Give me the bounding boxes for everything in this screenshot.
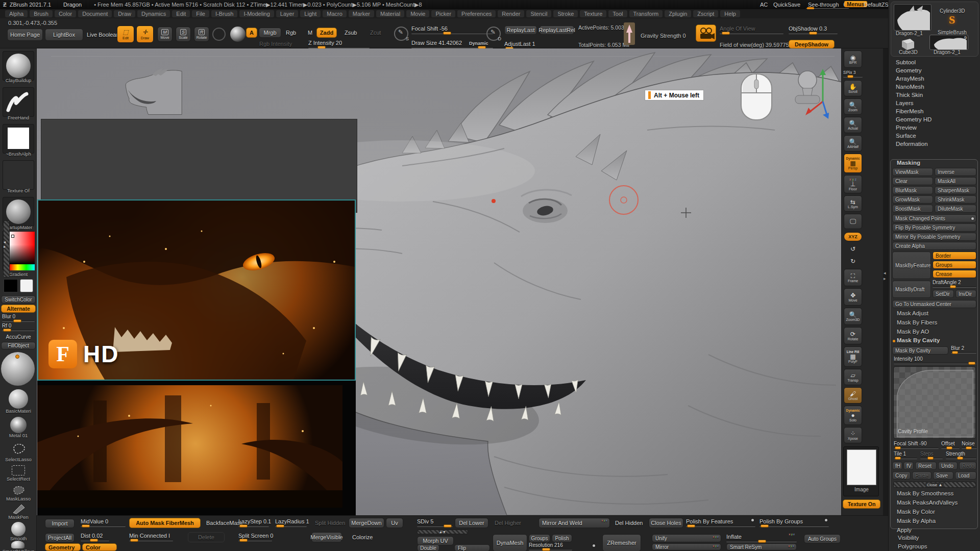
resolution-slider[interactable]: Resolution 216: [529, 542, 572, 550]
mask-by-feature-button[interactable]: MaskByFeature: [892, 252, 931, 279]
polish-groups-dot-icon[interactable]: [825, 519, 827, 521]
mask-by-fibers-header[interactable]: Mask By Fibers: [897, 319, 937, 325]
menu-dynamics[interactable]: Dynamics: [137, 10, 170, 17]
reference-photo-2[interactable]: [37, 385, 342, 508]
clear-button[interactable]: Clear: [892, 177, 933, 185]
menu-stroke[interactable]: Stroke: [553, 10, 578, 17]
del-lower-button[interactable]: Del Lower: [455, 518, 488, 528]
mask-by-color-header[interactable]: Mask By Color: [897, 509, 935, 515]
menu-material[interactable]: Material: [376, 10, 404, 17]
basic-material-thumb[interactable]: [9, 389, 28, 409]
midvalue-slider[interactable]: MidValue 0: [81, 518, 126, 527]
menu-document[interactable]: Document: [78, 10, 112, 17]
import-button[interactable]: Import: [45, 519, 75, 528]
flip-posable-symmetry-button[interactable]: Flip By Posable Symmetry: [892, 223, 976, 232]
document-canvas[interactable]: Alt + Mouse left: [37, 48, 841, 515]
masking-header[interactable]: Masking: [897, 160, 920, 166]
color-sphere-preview[interactable]: [1, 352, 35, 386]
ac-button[interactable]: AC: [760, 2, 768, 8]
section-deformation[interactable]: Deformation: [889, 140, 980, 148]
viewmask-button[interactable]: ViewMask: [892, 168, 933, 176]
scale-button[interactable]: SScale: [176, 27, 191, 42]
strip-projection-button[interactable]: 🖵: [844, 214, 862, 229]
polish-by-features-slider[interactable]: Polish By Features: [686, 518, 755, 527]
cavity-offset-slider[interactable]: Offset: [941, 441, 960, 449]
section-layers[interactable]: Layers: [889, 99, 980, 107]
del-hidden-button[interactable]: Del Hidden: [611, 518, 646, 528]
maskall-button[interactable]: MaskAll: [935, 177, 976, 185]
strip-zoom-button[interactable]: 🔍Zoom: [844, 98, 862, 115]
accucurve-button[interactable]: AccuCurve: [1, 333, 36, 341]
merge-down-button[interactable]: MergeDown: [349, 518, 384, 528]
menu-preferences[interactable]: Preferences: [457, 10, 496, 17]
curve-save-button[interactable]: Save: [933, 471, 953, 480]
strip-rotate-z-button[interactable]: ↻: [844, 256, 862, 267]
menu-zscript[interactable]: Zscript: [693, 10, 718, 17]
blurmask-button[interactable]: BlurMask: [892, 186, 933, 194]
dilutemask-button[interactable]: DiluteMask: [935, 205, 976, 213]
left-divider-handle[interactable]: [3, 220, 10, 278]
current-material-icon[interactable]: [230, 27, 246, 42]
zremesher-button[interactable]: ZRemesher: [602, 534, 641, 551]
strip-zoom3d-button[interactable]: 🔍Zoom3D: [844, 308, 862, 325]
polish-by-groups-slider[interactable]: Polish By Groups: [760, 518, 829, 527]
strip-transp-button[interactable]: ▱Transp: [844, 369, 862, 385]
merge-visible-button[interactable]: MergeVisible: [311, 532, 342, 542]
go-to-unmasked-center-button[interactable]: Go To Unmasked Center: [892, 300, 976, 308]
zsub-button[interactable]: Zsub: [341, 28, 360, 38]
sharpenmask-button[interactable]: SharpenMask: [935, 186, 976, 194]
lazystep-slider[interactable]: LazyStep 0.1: [238, 518, 269, 527]
current-alpha-thumb[interactable]: [3, 124, 34, 154]
strip-ghost-button[interactable]: 🖌Ghost: [844, 387, 862, 404]
menu-picker[interactable]: Picker: [431, 10, 455, 17]
m-button[interactable]: M: [304, 28, 316, 38]
feature-border-button[interactable]: Border: [933, 252, 976, 260]
texture-on-button[interactable]: Texture On: [843, 499, 880, 509]
mask-pen-icon[interactable]: [11, 503, 27, 515]
zcut-button[interactable]: Zcut: [366, 28, 384, 38]
lazyradius-slider[interactable]: LazyRadius 1: [275, 518, 307, 527]
uv-button[interactable]: Uv: [386, 518, 403, 528]
menu-i-brush[interactable]: I-Brush: [211, 10, 237, 17]
field-of-view[interactable]: Field of view(deg) 39.59775: [720, 42, 789, 48]
mask-peaks-header[interactable]: Mask PeaksAndValleys: [897, 499, 958, 506]
mask-by-cavity-button[interactable]: Mask By Cavity: [892, 346, 948, 355]
strip-solo-button[interactable]: Dynamic●Solo: [844, 406, 862, 425]
groups-button[interactable]: Groups: [529, 534, 550, 542]
dynamic-label[interactable]: Dynamic: [469, 41, 488, 46]
zadd-button[interactable]: Zadd: [316, 28, 337, 38]
mrgb-button[interactable]: Mrgb: [259, 28, 281, 38]
smart-resym-button[interactable]: Smart ReSym xyz: [726, 543, 797, 550]
double-button[interactable]: Double: [417, 544, 439, 551]
a-button[interactable]: A: [246, 28, 257, 38]
dist-slider[interactable]: Dist 0.02: [81, 533, 109, 541]
polygroups-section[interactable]: Polygroups: [898, 543, 927, 549]
inverse-button[interactable]: Inverse: [935, 168, 976, 176]
focal-shift-slider[interactable]: Focal Shift -56: [411, 26, 493, 34]
visibility-section[interactable]: Visibility: [898, 535, 919, 541]
replay-icon[interactable]: D ✎: [486, 27, 501, 41]
menu-draw[interactable]: Draw: [114, 10, 135, 17]
mask-by-cavity-header[interactable]: Mask By Cavity: [897, 337, 940, 343]
main-color-swatch[interactable]: [4, 279, 18, 292]
left-divider-arrows[interactable]: ◂▸: [4, 240, 6, 249]
strip-polyf-button[interactable]: Line Fill▦PolyF: [844, 346, 862, 367]
switch-color-button[interactable]: SwitchColor: [1, 295, 36, 304]
setdir-button[interactable]: SetDir: [933, 290, 954, 298]
curve-load-button[interactable]: Load: [955, 471, 976, 480]
menu-render[interactable]: Render: [498, 10, 524, 17]
select-lasso-icon[interactable]: [10, 441, 28, 457]
curve-reset-button[interactable]: Reset: [915, 462, 937, 470]
cavity-tile-slider[interactable]: Tile 1: [894, 451, 917, 459]
project-all-button[interactable]: ProjectAll: [45, 533, 75, 542]
strip-xyz-button[interactable]: XYZ: [844, 232, 862, 241]
strip-spix-slider[interactable]: SPix 3: [843, 70, 863, 78]
inflate-slider[interactable]: Inflate xyz: [726, 534, 797, 542]
fv-button[interactable]: fV: [903, 462, 914, 470]
boostmask-button[interactable]: BoostMask: [892, 205, 933, 213]
strip-bpr-button[interactable]: ◉BPR: [844, 51, 862, 68]
deep-shadow-button[interactable]: DeepShadow: [789, 40, 835, 48]
strip-rotate-y-button[interactable]: ↺: [844, 243, 862, 255]
mirror-and-weld-button[interactable]: Mirror And Weld xyz: [538, 518, 610, 528]
close-holes-button[interactable]: Close Holes: [649, 518, 683, 528]
